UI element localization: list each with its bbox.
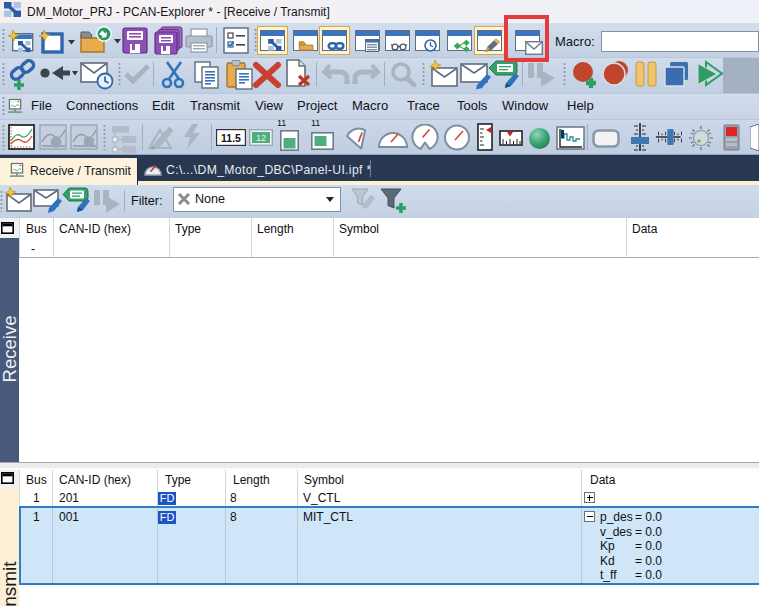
svg-text:12: 12 [256, 133, 266, 143]
svg-text:11.5: 11.5 [221, 132, 241, 144]
